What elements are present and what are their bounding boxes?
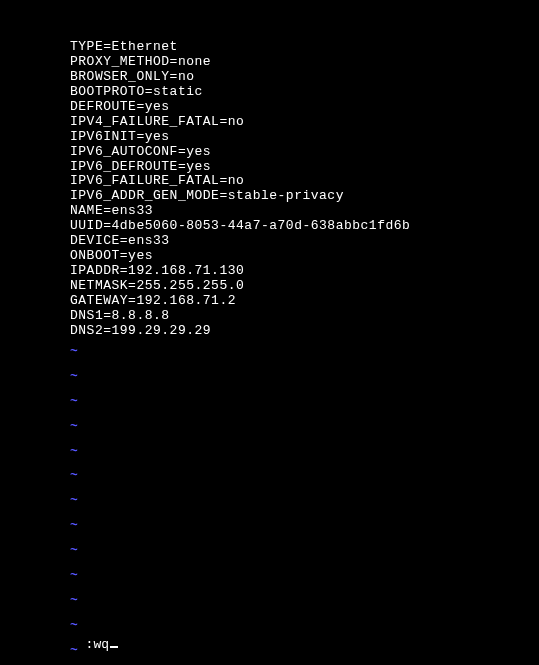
config-line: DNS2=199.29.29.29 <box>70 324 539 339</box>
config-line: IPV6_FAILURE_FATAL=no <box>70 174 539 189</box>
editor-content[interactable]: TYPE=Ethernet PROXY_METHOD=none BROWSER_… <box>70 40 539 665</box>
config-line: BROWSER_ONLY=no <box>70 70 539 85</box>
empty-line-marker: ~ <box>70 519 539 534</box>
config-line: IPV4_FAILURE_FATAL=no <box>70 115 539 130</box>
empty-line-marker: ~ <box>70 569 539 584</box>
empty-line-marker: ~ <box>70 445 539 460</box>
empty-line-marker: ~ <box>70 619 539 634</box>
empty-line-marker: ~ <box>70 345 539 360</box>
config-line: NETMASK=255.255.255.0 <box>70 279 539 294</box>
config-line: BOOTPROTO=static <box>70 85 539 100</box>
empty-line-marker: ~ <box>70 370 539 385</box>
config-line: NAME=ens33 <box>70 204 539 219</box>
empty-line-marker: ~ <box>70 544 539 559</box>
empty-line-marker: ~ <box>70 469 539 484</box>
empty-line-marker: ~ <box>70 494 539 509</box>
empty-line-marker: ~ <box>70 420 539 435</box>
config-line: IPADDR=192.168.71.130 <box>70 264 539 279</box>
empty-line-marker: ~ <box>70 644 539 659</box>
config-line: GATEWAY=192.168.71.2 <box>70 294 539 309</box>
config-line: ONBOOT=yes <box>70 249 539 264</box>
config-line: IPV6_DEFROUTE=yes <box>70 160 539 175</box>
empty-line-marker: ~ <box>70 395 539 410</box>
config-line: PROXY_METHOD=none <box>70 55 539 70</box>
vi-command-line[interactable]: :wq <box>70 623 118 653</box>
config-line: DNS1=8.8.8.8 <box>70 309 539 324</box>
config-line: IPV6_AUTOCONF=yes <box>70 145 539 160</box>
config-line: TYPE=Ethernet <box>70 40 539 55</box>
config-line: DEFROUTE=yes <box>70 100 539 115</box>
config-line: IPV6_ADDR_GEN_MODE=stable-privacy <box>70 189 539 204</box>
config-line: IPV6INIT=yes <box>70 130 539 145</box>
config-line: UUID=4dbe5060-8053-44a7-a70d-638abbc1fd6… <box>70 219 539 234</box>
config-line: DEVICE=ens33 <box>70 234 539 249</box>
empty-line-marker: ~ <box>70 594 539 609</box>
command-text: :wq <box>86 637 109 652</box>
cursor-icon <box>110 646 118 648</box>
